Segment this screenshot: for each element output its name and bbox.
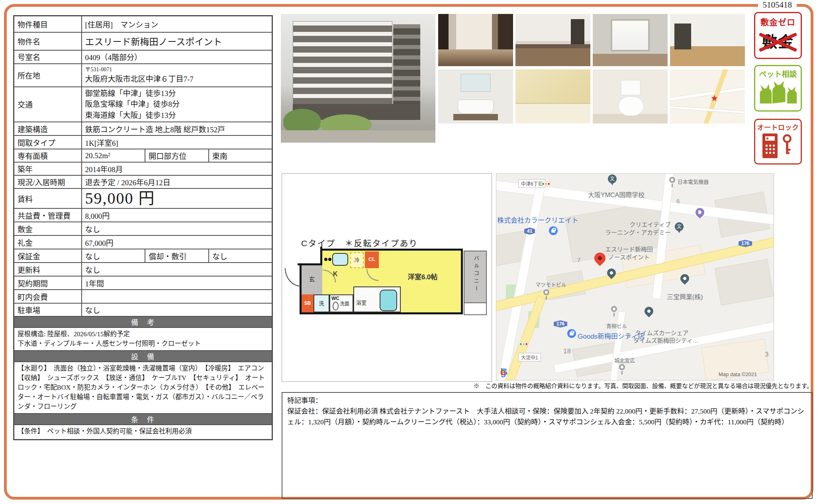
table-row: 賃料 59,000 円 xyxy=(14,188,272,208)
table-row: 所在地 〒531-0071 大阪府大阪市北区中津６丁目7-7 xyxy=(14,64,272,87)
room-floor xyxy=(593,54,668,66)
stove-burner-icon xyxy=(324,258,327,261)
entry-door-arc xyxy=(285,268,301,286)
intercom-icon xyxy=(762,133,778,158)
store-pin-icon xyxy=(549,226,558,235)
property-flyer-page: 5105418 物件種目 [住居用] マンション 物件名 エスリード新梅田ノース… xyxy=(0,0,819,504)
row-value: なし xyxy=(82,249,145,263)
building-side-wing xyxy=(393,24,420,104)
transport-line: 御堂筋線「中津」徒歩13分 xyxy=(85,88,269,99)
row-label: 物件名 xyxy=(14,32,82,50)
row-label: 更新料 xyxy=(14,263,82,276)
kitchen-sink-shape xyxy=(332,253,348,266)
row-value: なし xyxy=(209,249,272,263)
row-value: 退去予定 / 2026年6月12日 xyxy=(82,175,272,188)
badge-autolock: オートロック xyxy=(754,119,802,165)
map-place-label: ノースポイント xyxy=(599,253,659,261)
intercom-screen xyxy=(765,136,775,141)
closet-area: CL xyxy=(365,251,379,268)
shoebox-area: SB xyxy=(302,294,313,312)
google-logo-letter: e xyxy=(500,367,505,378)
row-value: 2014年08月 xyxy=(82,162,272,175)
table-row: 間取タイプ 1K[洋室6] xyxy=(14,135,272,149)
bathroom-area: 浴室 xyxy=(353,286,401,312)
floorplan-wall-notch xyxy=(298,247,322,265)
section-header-label: 設 備 xyxy=(14,351,272,362)
washbasin-counter xyxy=(453,114,498,120)
stove-burner-icon xyxy=(328,258,331,261)
western-room-label: 洋室6.0帖 xyxy=(393,271,453,281)
postal-code: 〒531-0071 xyxy=(85,67,269,73)
row-label: 号室名 xyxy=(14,50,82,64)
table-row: 保証金 なし 償却・敷引 なし xyxy=(14,249,272,263)
map-place-label: 青柳ビル xyxy=(606,322,627,329)
school-pin-icon: 文 xyxy=(675,222,684,231)
route-shield: 176 xyxy=(554,320,567,328)
table-row: 敷金 なし xyxy=(14,222,272,235)
row-label: 交通 xyxy=(14,87,82,122)
row-label: 所在地 xyxy=(14,64,82,87)
traffic-light-icon xyxy=(541,182,551,186)
row-value: 20.52m² xyxy=(82,149,145,162)
map-area-label: 大淀中1 xyxy=(518,353,541,361)
table-row: 交通 御堂筋線「中津」徒歩13分 阪急宝塚線「中津」徒歩8分 東海道線「大阪」徒… xyxy=(14,87,272,122)
row-label: 間取タイプ xyxy=(14,135,82,149)
property-spec-table: 物件種目 [住居用] マンション 物件名 エスリード新梅田ノースポイント 号室名… xyxy=(13,15,273,440)
google-map: 中津6丁目 文 大阪YMCA国際学校 日本電気機器 6 P 株式会社カラークリエ… xyxy=(496,173,774,380)
row-label: 償却・敷引 xyxy=(145,249,209,263)
section-header-label: 条 件 xyxy=(14,414,272,425)
property-name: エスリード新梅田ノースポイント xyxy=(82,32,272,50)
map-place-label: マツモトビル xyxy=(535,280,566,288)
table-row: 建築構造 鉄筋コンクリート造 地上8階 総戸数152戸 xyxy=(14,122,272,135)
address-cell: 〒531-0071 大阪府大阪市北区中津６丁目7-7 xyxy=(82,64,272,87)
map-place-label: クリエイティブ xyxy=(623,220,671,228)
photo-map-thumbnail: ★ xyxy=(670,69,745,124)
hallway-floor xyxy=(438,49,513,66)
rent-value: 59,000 円 xyxy=(82,188,272,208)
badge-pets-negotiable: ペット相談 xyxy=(754,65,802,112)
dogs-icon xyxy=(758,98,798,105)
row-label: 駐車場 xyxy=(14,303,82,316)
row-label: 開口部方位 xyxy=(145,149,209,162)
row-value xyxy=(82,290,272,303)
equipment-cell: 【水廻り】 洗面台（独立）・浴室乾燥機・洗濯機置場（室内） 【冷暖房】 エアコン… xyxy=(14,362,272,414)
row-label: 町内会費 xyxy=(14,290,82,303)
intercom-keypad xyxy=(765,144,776,155)
map-block-number: 18 xyxy=(563,347,571,355)
photo-washbasin xyxy=(438,69,513,124)
row-value: なし xyxy=(82,222,272,235)
table-row: 物件種目 [住居用] マンション xyxy=(14,16,272,32)
photo-room-window xyxy=(593,14,668,66)
balcony-outline xyxy=(464,303,487,315)
floorplan-drawing: 玄 SB 洗 WC 洗面 浴室 冷 CL K 洋室6.0帖 バルコニー xyxy=(292,247,492,317)
remarks-cell: 屋根構造: 陸屋根、2026/05/15解約予定 下水道・ディンプルキー・人感セ… xyxy=(14,328,272,351)
special-notes-title: 特記事項： xyxy=(287,395,807,406)
row-label: 保証金 xyxy=(14,249,82,263)
autolock-icon-row xyxy=(755,133,801,158)
row-value: 1K[洋室6] xyxy=(82,135,272,149)
parking-pin-letter: P xyxy=(698,210,701,215)
washer-area: 洗 xyxy=(313,294,329,312)
map-pin-small xyxy=(543,289,549,295)
balcony-area: バルコニー xyxy=(464,251,487,303)
bathtub-edge xyxy=(515,103,590,124)
photo-building-exterior xyxy=(281,14,435,143)
toilet-tank xyxy=(621,80,641,95)
map-block-number: 6 xyxy=(627,332,630,339)
floorplan-panel: Cタイプ ＊反転タイプあり 玄 SB 洗 WC 洗面 浴室 冷 CL K xyxy=(282,173,492,382)
row-label: 敷金 xyxy=(14,222,82,235)
transport-line: 阪急宝塚線「中津」徒歩8分 xyxy=(85,99,269,110)
fridge-area: 冷 xyxy=(350,252,364,268)
row-label: 賃料 xyxy=(14,188,82,208)
map-place-label: Goods新梅田シティ店 xyxy=(578,331,645,341)
row-value: [住居用] マンション xyxy=(82,16,272,32)
remarks-line: 屋根構造: 陸屋根、2026/05/15解約予定 xyxy=(18,329,268,339)
row-value: 0409（4階部分） xyxy=(82,50,272,64)
row-label: 共益費・管理費 xyxy=(14,208,82,222)
row-value: 東南 xyxy=(209,149,272,162)
table-row: 駐車場 なし xyxy=(14,303,272,316)
street-ground xyxy=(281,130,435,143)
map-pin-small xyxy=(669,177,675,183)
map-place-label: エスリード新梅田 xyxy=(599,245,659,253)
row-value: 鉄筋コンクリート造 地上8階 総戸数152戸 xyxy=(82,122,272,135)
